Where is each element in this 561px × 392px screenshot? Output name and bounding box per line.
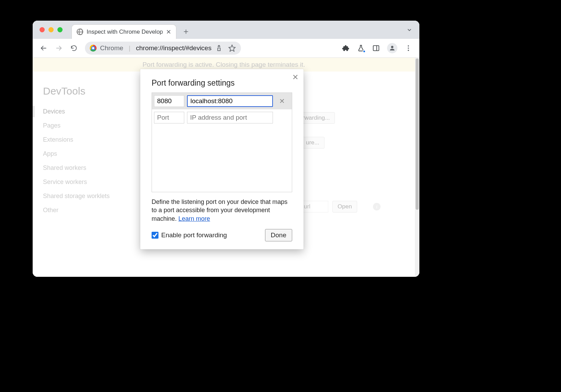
port-forwarding-dialog: ✕ Port forwarding settings ✕ Define the …	[140, 69, 304, 249]
info-icon[interactable]: i	[373, 203, 381, 210]
device-port-input-empty[interactable]	[154, 112, 184, 123]
extension-area	[342, 43, 412, 53]
svg-point-6	[408, 45, 409, 47]
globe-icon	[77, 29, 83, 35]
device-port-input[interactable]	[154, 95, 184, 107]
minimize-window-icon[interactable]	[48, 27, 54, 32]
learn-more-link[interactable]: Learn more	[178, 215, 210, 222]
port-rule-row: ✕	[152, 93, 292, 109]
sidebar-item-service-workers[interactable]: Service workers	[43, 175, 136, 189]
close-window-icon[interactable]	[40, 27, 45, 32]
svg-point-5	[391, 46, 394, 48]
sidebar-item-shared-storage-worklets[interactable]: Shared storage worklets	[43, 189, 136, 203]
labs-icon[interactable]	[357, 44, 365, 52]
vertical-scrollbar[interactable]	[415, 58, 419, 277]
svg-point-7	[408, 47, 409, 49]
devtools-title: DevTools	[43, 85, 136, 97]
done-button[interactable]: Done	[265, 229, 292, 241]
browser-window: Inspect with Chrome Develope ✕ ＋	[33, 21, 419, 277]
configure-button[interactable]: ure...	[301, 137, 324, 149]
sidebar-item-other[interactable]: Other	[43, 203, 136, 217]
side-panel-icon[interactable]	[372, 44, 380, 52]
sidebar-item-devices[interactable]: Devices	[43, 105, 136, 119]
dialog-title: Port forwarding settings	[152, 78, 292, 88]
tab-title: Inspect with Chrome Develope	[87, 29, 163, 35]
forward-button[interactable]	[53, 42, 65, 54]
tab-strip: Inspect with Chrome Develope ✕ ＋	[33, 21, 419, 39]
enable-port-forwarding-label[interactable]: Enable port forwarding	[152, 231, 227, 239]
close-tab-icon[interactable]: ✕	[166, 28, 171, 36]
sidebar-item-shared-workers[interactable]: Shared workers	[43, 161, 136, 175]
kebab-menu-icon[interactable]	[404, 44, 412, 52]
enable-port-forwarding-checkbox[interactable]	[152, 232, 158, 239]
new-tab-button[interactable]: ＋	[180, 25, 192, 37]
open-url-button[interactable]: Open	[332, 201, 357, 213]
page-content: Port forwarding is active. Closing this …	[33, 58, 419, 277]
svg-rect-3	[373, 46, 379, 51]
toolbar: Chrome | chrome://inspect/#devices	[33, 39, 419, 58]
back-button[interactable]	[37, 42, 50, 54]
sidebar-item-extensions[interactable]: Extensions	[43, 133, 136, 147]
svg-point-8	[408, 50, 409, 51]
bookmark-star-icon[interactable]	[228, 44, 236, 52]
local-address-input[interactable]	[187, 95, 273, 107]
reload-button[interactable]	[68, 42, 80, 54]
share-icon[interactable]	[215, 44, 223, 52]
enable-port-forwarding-text: Enable port forwarding	[161, 231, 227, 239]
browser-tab[interactable]: Inspect with Chrome Develope ✕	[72, 24, 176, 39]
address-bar[interactable]: Chrome | chrome://inspect/#devices	[85, 42, 241, 55]
profile-avatar-icon[interactable]	[387, 43, 397, 53]
chrome-icon	[90, 45, 97, 52]
port-forwarding-rows: ✕	[152, 92, 292, 192]
svg-marker-2	[229, 45, 235, 51]
scrollbar-thumb[interactable]	[416, 58, 419, 210]
fullscreen-window-icon[interactable]	[57, 27, 63, 32]
sidebar-item-pages[interactable]: Pages	[43, 119, 136, 133]
sidebar-item-apps[interactable]: Apps	[43, 147, 136, 161]
remove-rule-icon[interactable]: ✕	[276, 95, 288, 107]
port-rule-row-empty	[152, 109, 292, 126]
close-icon[interactable]: ✕	[292, 73, 298, 82]
open-url-field[interactable]	[301, 201, 328, 213]
extensions-icon[interactable]	[342, 44, 350, 52]
tab-list-button[interactable]	[406, 21, 412, 39]
dialog-description: Define the listening port on your device…	[152, 198, 292, 223]
window-controls	[38, 21, 63, 39]
plus-icon: ＋	[182, 26, 190, 37]
devtools-sidebar: DevTools Devices Pages Extensions Apps S…	[33, 72, 136, 277]
url-text: chrome://inspect/#devices	[136, 44, 212, 52]
url-origin-label: Chrome	[100, 44, 123, 52]
local-address-input-empty[interactable]	[187, 112, 273, 123]
